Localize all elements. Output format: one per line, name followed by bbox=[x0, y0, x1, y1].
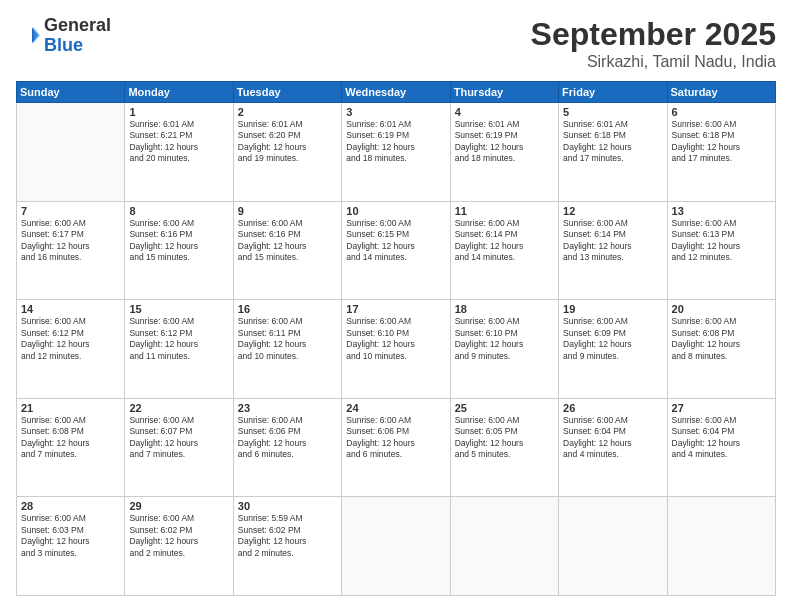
calendar-cell: 8Sunrise: 6:00 AM Sunset: 6:16 PM Daylig… bbox=[125, 201, 233, 300]
location-subtitle: Sirkazhi, Tamil Nadu, India bbox=[531, 53, 776, 71]
day-info: Sunrise: 6:01 AM Sunset: 6:19 PM Dayligh… bbox=[455, 119, 554, 165]
day-number: 10 bbox=[346, 205, 445, 217]
svg-marker-1 bbox=[34, 27, 40, 43]
calendar-cell: 1Sunrise: 6:01 AM Sunset: 6:21 PM Daylig… bbox=[125, 103, 233, 202]
calendar-header-thursday: Thursday bbox=[450, 82, 558, 103]
day-info: Sunrise: 6:00 AM Sunset: 6:13 PM Dayligh… bbox=[672, 218, 771, 264]
day-info: Sunrise: 6:00 AM Sunset: 6:12 PM Dayligh… bbox=[21, 316, 120, 362]
day-number: 13 bbox=[672, 205, 771, 217]
day-number: 5 bbox=[563, 106, 662, 118]
day-number: 19 bbox=[563, 303, 662, 315]
day-number: 20 bbox=[672, 303, 771, 315]
day-number: 22 bbox=[129, 402, 228, 414]
calendar-cell bbox=[559, 497, 667, 596]
day-number: 3 bbox=[346, 106, 445, 118]
day-number: 16 bbox=[238, 303, 337, 315]
calendar-cell: 30Sunrise: 5:59 AM Sunset: 6:02 PM Dayli… bbox=[233, 497, 341, 596]
day-number: 2 bbox=[238, 106, 337, 118]
day-number: 18 bbox=[455, 303, 554, 315]
calendar-cell bbox=[450, 497, 558, 596]
day-info: Sunrise: 6:00 AM Sunset: 6:14 PM Dayligh… bbox=[563, 218, 662, 264]
day-number: 25 bbox=[455, 402, 554, 414]
day-number: 21 bbox=[21, 402, 120, 414]
day-info: Sunrise: 6:00 AM Sunset: 6:18 PM Dayligh… bbox=[672, 119, 771, 165]
calendar-week-row: 28Sunrise: 6:00 AM Sunset: 6:03 PM Dayli… bbox=[17, 497, 776, 596]
day-info: Sunrise: 6:00 AM Sunset: 6:16 PM Dayligh… bbox=[238, 218, 337, 264]
calendar-cell: 29Sunrise: 6:00 AM Sunset: 6:02 PM Dayli… bbox=[125, 497, 233, 596]
day-number: 11 bbox=[455, 205, 554, 217]
day-number: 1 bbox=[129, 106, 228, 118]
calendar-cell: 25Sunrise: 6:00 AM Sunset: 6:05 PM Dayli… bbox=[450, 398, 558, 497]
day-info: Sunrise: 6:01 AM Sunset: 6:18 PM Dayligh… bbox=[563, 119, 662, 165]
logo-blue-text: Blue bbox=[44, 35, 83, 55]
calendar-cell: 2Sunrise: 6:01 AM Sunset: 6:20 PM Daylig… bbox=[233, 103, 341, 202]
day-info: Sunrise: 6:00 AM Sunset: 6:03 PM Dayligh… bbox=[21, 513, 120, 559]
day-info: Sunrise: 6:00 AM Sunset: 6:10 PM Dayligh… bbox=[455, 316, 554, 362]
calendar-cell: 3Sunrise: 6:01 AM Sunset: 6:19 PM Daylig… bbox=[342, 103, 450, 202]
calendar-cell: 20Sunrise: 6:00 AM Sunset: 6:08 PM Dayli… bbox=[667, 300, 775, 399]
calendar-cell: 27Sunrise: 6:00 AM Sunset: 6:04 PM Dayli… bbox=[667, 398, 775, 497]
day-info: Sunrise: 6:00 AM Sunset: 6:06 PM Dayligh… bbox=[346, 415, 445, 461]
day-number: 15 bbox=[129, 303, 228, 315]
day-number: 8 bbox=[129, 205, 228, 217]
day-info: Sunrise: 6:00 AM Sunset: 6:06 PM Dayligh… bbox=[238, 415, 337, 461]
day-info: Sunrise: 6:00 AM Sunset: 6:04 PM Dayligh… bbox=[672, 415, 771, 461]
calendar-cell: 12Sunrise: 6:00 AM Sunset: 6:14 PM Dayli… bbox=[559, 201, 667, 300]
day-info: Sunrise: 6:00 AM Sunset: 6:05 PM Dayligh… bbox=[455, 415, 554, 461]
calendar-week-row: 1Sunrise: 6:01 AM Sunset: 6:21 PM Daylig… bbox=[17, 103, 776, 202]
calendar-header-sunday: Sunday bbox=[17, 82, 125, 103]
calendar-cell bbox=[667, 497, 775, 596]
day-info: Sunrise: 6:00 AM Sunset: 6:12 PM Dayligh… bbox=[129, 316, 228, 362]
day-number: 14 bbox=[21, 303, 120, 315]
header: General Blue September 2025 Sirkazhi, Ta… bbox=[16, 16, 776, 71]
calendar-cell: 17Sunrise: 6:00 AM Sunset: 6:10 PM Dayli… bbox=[342, 300, 450, 399]
calendar-cell: 10Sunrise: 6:00 AM Sunset: 6:15 PM Dayli… bbox=[342, 201, 450, 300]
calendar-cell: 6Sunrise: 6:00 AM Sunset: 6:18 PM Daylig… bbox=[667, 103, 775, 202]
day-info: Sunrise: 6:00 AM Sunset: 6:15 PM Dayligh… bbox=[346, 218, 445, 264]
day-info: Sunrise: 6:00 AM Sunset: 6:17 PM Dayligh… bbox=[21, 218, 120, 264]
logo: General Blue bbox=[16, 16, 111, 56]
calendar-cell bbox=[17, 103, 125, 202]
calendar-cell: 14Sunrise: 6:00 AM Sunset: 6:12 PM Dayli… bbox=[17, 300, 125, 399]
day-info: Sunrise: 6:00 AM Sunset: 6:07 PM Dayligh… bbox=[129, 415, 228, 461]
calendar-cell: 13Sunrise: 6:00 AM Sunset: 6:13 PM Dayli… bbox=[667, 201, 775, 300]
calendar-header-friday: Friday bbox=[559, 82, 667, 103]
calendar-header-monday: Monday bbox=[125, 82, 233, 103]
day-info: Sunrise: 6:00 AM Sunset: 6:16 PM Dayligh… bbox=[129, 218, 228, 264]
day-number: 29 bbox=[129, 500, 228, 512]
day-info: Sunrise: 6:00 AM Sunset: 6:10 PM Dayligh… bbox=[346, 316, 445, 362]
calendar-cell: 18Sunrise: 6:00 AM Sunset: 6:10 PM Dayli… bbox=[450, 300, 558, 399]
day-info: Sunrise: 6:00 AM Sunset: 6:14 PM Dayligh… bbox=[455, 218, 554, 264]
day-info: Sunrise: 6:00 AM Sunset: 6:08 PM Dayligh… bbox=[672, 316, 771, 362]
calendar-week-row: 14Sunrise: 6:00 AM Sunset: 6:12 PM Dayli… bbox=[17, 300, 776, 399]
day-info: Sunrise: 6:00 AM Sunset: 6:09 PM Dayligh… bbox=[563, 316, 662, 362]
calendar-header-wednesday: Wednesday bbox=[342, 82, 450, 103]
calendar-cell: 23Sunrise: 6:00 AM Sunset: 6:06 PM Dayli… bbox=[233, 398, 341, 497]
calendar-week-row: 21Sunrise: 6:00 AM Sunset: 6:08 PM Dayli… bbox=[17, 398, 776, 497]
day-number: 24 bbox=[346, 402, 445, 414]
day-info: Sunrise: 6:01 AM Sunset: 6:20 PM Dayligh… bbox=[238, 119, 337, 165]
calendar-cell bbox=[342, 497, 450, 596]
day-info: Sunrise: 6:00 AM Sunset: 6:08 PM Dayligh… bbox=[21, 415, 120, 461]
calendar-table: SundayMondayTuesdayWednesdayThursdayFrid… bbox=[16, 81, 776, 596]
day-info: Sunrise: 6:01 AM Sunset: 6:19 PM Dayligh… bbox=[346, 119, 445, 165]
calendar-cell: 22Sunrise: 6:00 AM Sunset: 6:07 PM Dayli… bbox=[125, 398, 233, 497]
calendar-cell: 21Sunrise: 6:00 AM Sunset: 6:08 PM Dayli… bbox=[17, 398, 125, 497]
day-number: 4 bbox=[455, 106, 554, 118]
logo-icon bbox=[16, 24, 40, 48]
logo-general-text: General bbox=[44, 15, 111, 35]
calendar-cell: 5Sunrise: 6:01 AM Sunset: 6:18 PM Daylig… bbox=[559, 103, 667, 202]
day-number: 9 bbox=[238, 205, 337, 217]
day-number: 28 bbox=[21, 500, 120, 512]
day-info: Sunrise: 6:00 AM Sunset: 6:04 PM Dayligh… bbox=[563, 415, 662, 461]
calendar-cell: 16Sunrise: 6:00 AM Sunset: 6:11 PM Dayli… bbox=[233, 300, 341, 399]
day-info: Sunrise: 5:59 AM Sunset: 6:02 PM Dayligh… bbox=[238, 513, 337, 559]
calendar-header-saturday: Saturday bbox=[667, 82, 775, 103]
title-block: September 2025 Sirkazhi, Tamil Nadu, Ind… bbox=[531, 16, 776, 71]
day-number: 30 bbox=[238, 500, 337, 512]
day-number: 26 bbox=[563, 402, 662, 414]
day-number: 12 bbox=[563, 205, 662, 217]
calendar-week-row: 7Sunrise: 6:00 AM Sunset: 6:17 PM Daylig… bbox=[17, 201, 776, 300]
day-info: Sunrise: 6:00 AM Sunset: 6:11 PM Dayligh… bbox=[238, 316, 337, 362]
day-info: Sunrise: 6:00 AM Sunset: 6:02 PM Dayligh… bbox=[129, 513, 228, 559]
